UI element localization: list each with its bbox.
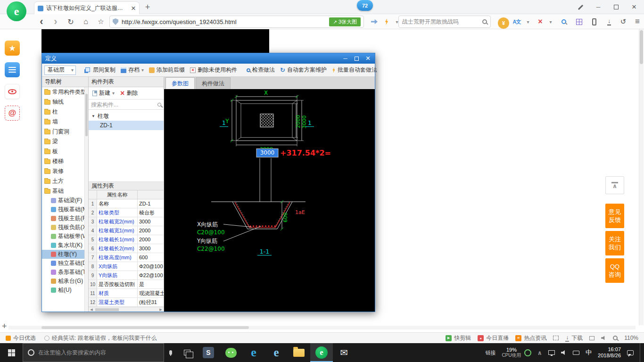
search-icon[interactable] [482,19,487,24]
ime-indicator[interactable]: 中 [586,348,592,357]
feedback-button[interactable]: 意见反馈 [605,204,624,228]
download-manager-icon[interactable] [603,16,615,27]
task-view-button[interactable] [177,343,197,362]
property-row[interactable]: 12混凝土类型(粒径31 [89,298,164,307]
taskbar-app-sogou[interactable] [197,343,220,362]
speaker-icon[interactable] [561,350,567,355]
tab-close-icon[interactable] [131,4,136,13]
delete-unused-button[interactable]: 删除未使用构件 [189,65,239,75]
screenshot-caret-icon[interactable] [545,16,556,27]
url-box[interactable]: http://e.fwxgx.com/question_1924035.html… [109,16,364,28]
component-search-icon[interactable] [157,103,161,107]
download-link[interactable]: 下载 [565,334,583,342]
property-row[interactable]: 11材质现浇混凝土 [89,289,164,298]
browser-search-box[interactable] [398,16,491,28]
property-row[interactable]: 1名称ZD-1 [89,199,164,208]
phone-sync-icon[interactable] [588,16,600,27]
floor-select[interactable]: 基础层 [44,66,76,75]
at-contact-icon[interactable] [5,106,20,121]
nav-item[interactable]: 板 [42,147,88,156]
batch-auto-apply-button[interactable]: 批量自动套做法 [330,65,379,75]
mute-speaker-icon[interactable] [601,336,606,341]
taskbar-app-wechat[interactable] [220,343,242,362]
dimension-edit-box[interactable]: 3000 +317.54*2= [256,148,331,157]
property-row[interactable]: 2柱墩类型棱台形 [89,208,164,217]
back-to-top-button[interactable] [605,176,624,194]
nav-item[interactable]: 装修 [42,166,88,176]
start-button[interactable] [0,343,23,362]
property-row[interactable]: 4柱墩截宽1(mm)2000 [89,226,164,235]
taskbar-app-ie[interactable] [265,343,288,362]
property-row[interactable]: 9Y向纵筋Φ22@100 [89,271,164,280]
maximize-button[interactable] [610,1,622,13]
taskbar-app-edge[interactable] [242,343,265,362]
nav-subitem-selected[interactable]: 柱墩(Y) [42,250,88,259]
dialog-close-icon[interactable] [364,55,372,62]
follow-us-button[interactable]: 关注我们 [605,231,624,255]
taskbar-app-browser-active[interactable] [310,343,333,362]
favorite-star-button[interactable] [95,16,107,27]
zoom-level[interactable]: 110% [624,335,638,341]
window-mode-icon[interactable] [589,336,594,340]
tab-component-method[interactable]: 构件做法 [196,77,231,89]
new-tab-button[interactable] [143,3,152,11]
nav-subitem[interactable]: 基础板带(W) [42,232,88,241]
voice-input-button[interactable] [164,343,177,362]
speed-ball-badge[interactable]: 72 [357,0,373,11]
home-button[interactable] [80,16,91,27]
dialog-minimize-icon[interactable] [342,55,349,62]
copy-between-floors-button[interactable]: 层间复制 [83,65,117,75]
property-row[interactable]: 7柱墩高度(mm)600 [89,253,164,262]
property-row[interactable]: 3柱墩截宽2(mm)3000 [89,217,164,226]
taskbar-search-box[interactable] [23,343,164,362]
dialog-maximize-icon[interactable] [353,55,360,62]
property-row[interactable]: 8X向纵筋Φ20@100 [89,262,164,271]
nav-item[interactable]: 基础 [42,186,88,196]
taskbar-clock[interactable]: 16:07 2018/8/26 [598,346,621,359]
nav-item[interactable]: 墙 [42,117,88,127]
skin-pen-icon[interactable] [574,1,586,13]
tray-chevron-up-icon[interactable] [537,349,543,356]
translate-caret-icon[interactable] [522,16,534,27]
favorite-star-icon[interactable] [5,41,20,56]
horizontal-scrollbar[interactable] [8,326,636,329]
reader-eye-icon[interactable] [5,84,20,99]
nav-item[interactable]: 楼梯 [42,156,88,166]
dialog-titlebar[interactable]: 定义 [42,53,375,64]
component-group[interactable]: 柱墩 [89,111,164,121]
archive-button[interactable]: 存档 [119,65,145,75]
wallet-icon[interactable] [498,17,509,29]
back-button[interactable] [36,16,47,27]
minimize-button[interactable] [592,1,604,13]
property-row[interactable]: 10是否按板边切割是 [89,280,164,289]
daily-picks-link[interactable]: 今日优选 [6,334,36,342]
hot-news-link[interactable]: 热点资讯 [515,334,546,342]
boost-lightning-icon[interactable] [381,16,392,27]
links-toolbar-label[interactable]: 链接 [485,349,495,356]
page-find-icon[interactable] [558,16,570,27]
qq-consult-button[interactable]: QQ咨询 [605,258,624,283]
daily-joke-link[interactable]: 经典笑话: 跟老板请假，老板问我要干什么 [44,334,157,342]
network-icon[interactable] [548,350,555,355]
delete-component-button[interactable]: 删除 [118,88,140,99]
component-search-input[interactable] [91,101,156,108]
nav-subitem[interactable]: 桩(U) [42,286,88,295]
history-restore-icon[interactable] [618,16,629,27]
component-search-box[interactable] [89,99,164,110]
snapshot-icon[interactable] [553,336,559,340]
share-icon[interactable] [369,16,380,27]
nav-item[interactable]: 轴线 [42,97,88,107]
show-desktop-button[interactable] [640,343,642,362]
quick-clip-link[interactable]: 快剪辑 [446,334,471,342]
nav-item[interactable]: 土方 [42,176,88,186]
taskbar-app-mail[interactable] [333,343,355,362]
refresh-button[interactable] [65,16,76,27]
auto-apply-maintain-button[interactable]: 自动套方案维护 [279,65,328,75]
add-affix-button[interactable]: 添加前后缀 [148,65,186,75]
nav-subitem[interactable]: 独立基础(D) [42,259,88,268]
apps-grid-icon[interactable] [573,16,585,27]
forward-button[interactable] [50,16,61,27]
nav-subitem[interactable]: 筏板负筋(X) [42,223,88,232]
browser-logo-icon[interactable] [7,1,26,21]
touch-keyboard-icon[interactable] [573,351,579,355]
